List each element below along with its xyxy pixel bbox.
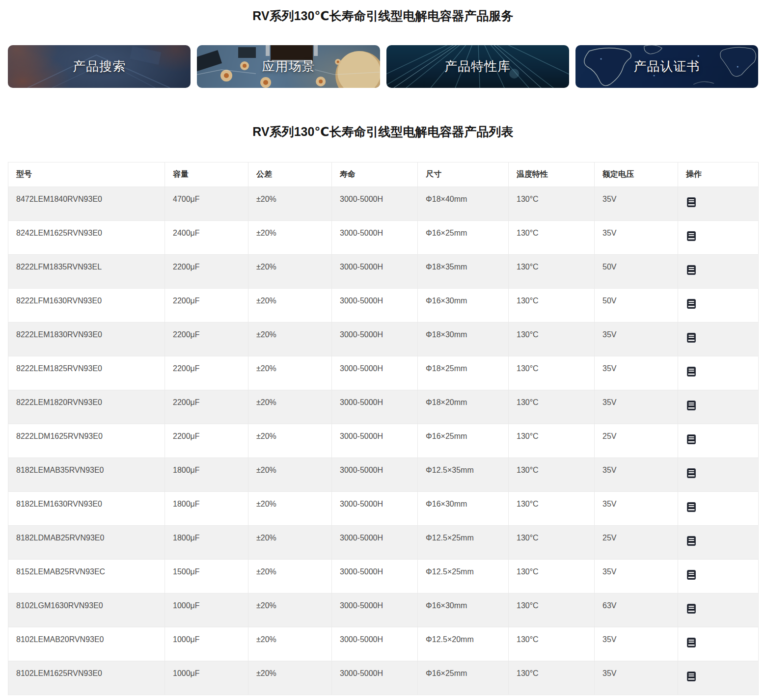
cell-temperature: 130°C xyxy=(509,289,595,323)
cell-action xyxy=(678,424,759,458)
cell-action xyxy=(678,323,759,356)
cell-life: 3000-5000H xyxy=(332,255,418,289)
view-detail-button[interactable] xyxy=(687,604,696,614)
cell-temperature: 130°C xyxy=(509,187,595,221)
cell-temperature: 130°C xyxy=(509,458,595,492)
cell-action xyxy=(678,526,759,560)
document-icon xyxy=(687,570,696,580)
cell-size: Φ12.5×20mm xyxy=(418,627,509,661)
cell-action xyxy=(678,390,759,424)
col-header-temperature: 温度特性 xyxy=(509,162,595,187)
table-row: 8222LEM1830RVN93E0 2200μF ±20% 3000-5000… xyxy=(8,323,759,356)
cell-action xyxy=(678,255,759,289)
cell-size: Φ16×25mm xyxy=(418,221,509,255)
view-detail-button[interactable] xyxy=(687,367,696,377)
document-icon xyxy=(687,672,696,681)
view-detail-button[interactable] xyxy=(687,197,696,207)
cell-capacity: 1800μF xyxy=(165,526,248,560)
document-icon xyxy=(687,536,696,546)
cell-life: 3000-5000H xyxy=(332,187,418,221)
view-detail-button[interactable] xyxy=(687,333,696,343)
cell-action xyxy=(678,187,759,221)
cell-size: Φ18×25mm xyxy=(418,356,509,390)
view-detail-button[interactable] xyxy=(687,502,696,512)
cell-capacity: 1800μF xyxy=(165,492,248,526)
cell-tolerance: ±20% xyxy=(248,187,332,221)
table-row: 8182LEM1630RVN93E0 1800μF ±20% 3000-5000… xyxy=(8,492,759,526)
cell-temperature: 130°C xyxy=(509,356,595,390)
cell-model: 8222LEM1825RVN93E0 xyxy=(8,356,165,390)
view-detail-button[interactable] xyxy=(687,570,696,580)
cell-action xyxy=(678,661,759,695)
document-icon xyxy=(687,434,696,444)
cell-life: 3000-5000H xyxy=(332,424,418,458)
cell-capacity: 2400μF xyxy=(165,221,248,255)
table-row: 8222LDM1625RVN93E0 2200μF ±20% 3000-5000… xyxy=(8,424,759,458)
col-header-voltage: 额定电压 xyxy=(595,162,678,187)
cell-action xyxy=(678,593,759,627)
card-product-certificates[interactable]: 产品认证书 xyxy=(575,45,758,88)
cell-capacity: 1800μF xyxy=(165,458,248,492)
cell-life: 3000-5000H xyxy=(332,593,418,627)
card-application-scenes[interactable]: 应用场景 xyxy=(197,45,380,88)
card-product-search[interactable]: 产品搜索 xyxy=(8,45,191,88)
col-header-actions: 操作 xyxy=(678,162,759,187)
cell-model: 8182LDMAB25RVN93E0 xyxy=(8,526,165,560)
cell-tolerance: ±20% xyxy=(248,593,332,627)
cell-temperature: 130°C xyxy=(509,323,595,356)
document-icon xyxy=(687,604,696,614)
view-detail-button[interactable] xyxy=(687,638,696,647)
cell-size: Φ16×30mm xyxy=(418,593,509,627)
card-label: 产品搜索 xyxy=(73,58,126,75)
view-detail-button[interactable] xyxy=(687,231,696,241)
cell-life: 3000-5000H xyxy=(332,289,418,323)
cell-voltage: 63V xyxy=(595,593,678,627)
cell-model: 8222LFM1630RVN93E0 xyxy=(8,289,165,323)
document-icon xyxy=(687,502,696,512)
card-label: 产品特性库 xyxy=(444,58,511,75)
view-detail-button[interactable] xyxy=(687,672,696,681)
cell-capacity: 4700μF xyxy=(165,187,248,221)
cell-model: 8182LEMAB35RVN93E0 xyxy=(8,458,165,492)
page: RV系列130℃长寿命引线型电解电容器产品服务 产品搜索 xyxy=(0,0,766,695)
cell-temperature: 130°C xyxy=(509,255,595,289)
document-icon xyxy=(687,638,696,647)
view-detail-button[interactable] xyxy=(687,468,696,478)
cell-capacity: 2200μF xyxy=(165,390,248,424)
cell-size: Φ16×25mm xyxy=(418,661,509,695)
cell-capacity: 1000μF xyxy=(165,661,248,695)
cell-voltage: 25V xyxy=(595,424,678,458)
document-icon xyxy=(687,231,696,241)
cell-model: 8242LEM1625RVN93E0 xyxy=(8,221,165,255)
cell-tolerance: ±20% xyxy=(248,390,332,424)
cell-capacity: 2200μF xyxy=(165,424,248,458)
table-row: 8222LFM1835RVN93EL 2200μF ±20% 3000-5000… xyxy=(8,255,759,289)
col-header-life: 寿命 xyxy=(332,162,418,187)
view-detail-button[interactable] xyxy=(687,536,696,546)
list-title: RV系列130℃长寿命引线型电解电容器产品列表 xyxy=(0,124,766,139)
view-detail-button[interactable] xyxy=(687,299,696,309)
cell-voltage: 50V xyxy=(595,289,678,323)
table-row: 8102LEMAB20RVN93E0 1000μF ±20% 3000-5000… xyxy=(8,627,759,661)
cell-action xyxy=(678,221,759,255)
col-header-capacity: 容量 xyxy=(165,162,248,187)
view-detail-button[interactable] xyxy=(687,401,696,410)
card-product-characteristics[interactable]: 产品特性库 xyxy=(386,45,569,88)
cell-tolerance: ±20% xyxy=(248,424,332,458)
cell-size: Φ16×30mm xyxy=(418,289,509,323)
cell-tolerance: ±20% xyxy=(248,255,332,289)
cell-life: 3000-5000H xyxy=(332,221,418,255)
cell-temperature: 130°C xyxy=(509,627,595,661)
cell-model: 8102LEM1625RVN93E0 xyxy=(8,661,165,695)
view-detail-button[interactable] xyxy=(687,434,696,444)
cell-model: 8102LGM1630RVN93E0 xyxy=(8,593,165,627)
cell-size: Φ12.5×25mm xyxy=(418,526,509,560)
cell-capacity: 1000μF xyxy=(165,593,248,627)
cell-tolerance: ±20% xyxy=(248,356,332,390)
table-row: 8472LEM1840RVN93E0 4700μF ±20% 3000-5000… xyxy=(8,187,759,221)
table-row: 8152LEMAB25RVN93EC 1500μF ±20% 3000-5000… xyxy=(8,560,759,593)
view-detail-button[interactable] xyxy=(687,265,696,275)
cell-action xyxy=(678,560,759,593)
table-row: 8102LEM1625RVN93E0 1000μF ±20% 3000-5000… xyxy=(8,661,759,695)
cell-model: 8222LFM1835RVN93EL xyxy=(8,255,165,289)
